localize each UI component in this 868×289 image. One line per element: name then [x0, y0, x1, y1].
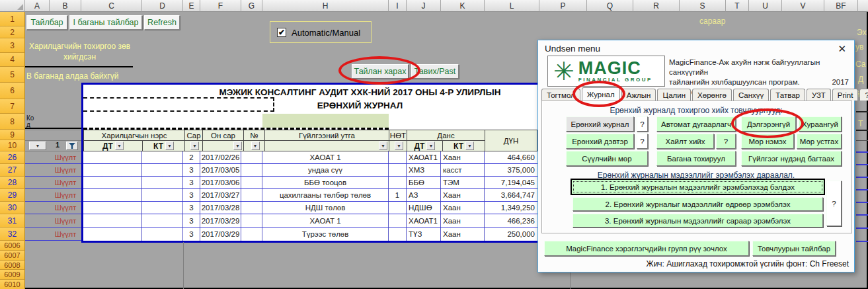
tab-hurunge[interactable]: Хөрөнгө — [692, 89, 732, 101]
table-row[interactable]: 3 2017/03/06 ББӨ тооцов ББӨ ТЭМ 7,194,04… — [83, 177, 537, 189]
column-header-f[interactable]: F — [200, 0, 241, 12]
column-adjust-button[interactable]: Багана тохируул — [656, 151, 736, 166]
filter-dropdown-vat[interactable]: ▼ — [395, 142, 403, 150]
refresh-button[interactable]: Refresh — [144, 15, 180, 30]
row-header-7[interactable]: 7 — [0, 99, 25, 114]
column-header-d[interactable]: D — [142, 0, 183, 12]
row-header-4[interactable]: 4 — [0, 53, 25, 67]
auto-number-button[interactable]: Автомат дугаарлагч — [656, 116, 736, 132]
row-header-8[interactable]: 8 — [0, 114, 25, 130]
row-header-2[interactable]: 2 — [0, 26, 25, 38]
tab-tsalin[interactable]: Цалин — [657, 89, 691, 101]
tab-ajlyn[interactable]: Ажлын — [621, 89, 656, 101]
table-row[interactable]: 3 2017/03/29 ХАОАТ 1 ХАОАТ1 Хаан 466,236 — [83, 214, 537, 227]
row-header-6010[interactable]: 6010 — [0, 280, 25, 289]
view-report-button[interactable]: Тайлан харах — [352, 64, 409, 79]
table-row[interactable]: 3 2017/03/05 ундаа сүү ХМЗ касст 375,000 — [83, 164, 537, 177]
filter-dropdown-dt[interactable]: ▼ — [115, 142, 124, 150]
general-ledger-button[interactable]: Ерөнхий дэвтэр — [566, 134, 634, 149]
tab-uzt[interactable]: УЗТ — [807, 89, 831, 101]
column-header-partial[interactable] — [858, 0, 868, 12]
paste-button[interactable]: Тавих/Past — [411, 64, 459, 79]
row-line — [856, 130, 868, 131]
column-header-a[interactable]: A — [25, 0, 50, 12]
last-row-button[interactable]: Сүүлчийн мөр — [566, 151, 648, 166]
row-header-27[interactable]: 27 — [0, 164, 25, 177]
tab-jurnal[interactable]: Журнал — [582, 87, 620, 101]
filter-dropdown-account-dt[interactable]: ▼ — [426, 142, 435, 150]
row-header-29[interactable]: 29 — [0, 189, 25, 202]
column-header-q[interactable]: Q — [587, 0, 633, 12]
search-button[interactable]: Хайлт хийх — [656, 134, 714, 149]
column-header-c[interactable]: C — [81, 0, 142, 12]
row-header-26[interactable]: 26 — [0, 151, 25, 164]
tab-togtmol[interactable]: Тогтмол — [541, 89, 580, 101]
column-header-t[interactable]: T — [726, 0, 749, 12]
delete-row-button[interactable]: Мөр устгах — [797, 134, 842, 149]
sort-prepare-button[interactable]: 1. Ерөнхий журналын мэдээллийг эрэмбэлэх… — [571, 179, 824, 194]
summary-button[interactable]: Хураангуй — [799, 116, 842, 132]
detailed-button[interactable]: Дэлгэрэнгүй — [741, 116, 796, 132]
tab-tatvar[interactable]: Татвар — [770, 89, 805, 101]
general-journal-button[interactable]: Ерөнхий журнал — [566, 116, 634, 132]
search-help-button[interactable]: ? — [716, 134, 736, 149]
fit-cell-button[interactable]: Гүйлгээг нүдэнд багтаах — [741, 151, 842, 166]
add-row-button[interactable]: Мөр нэмэх — [741, 134, 794, 149]
automatic-manual-checkbox[interactable]: ✔ — [277, 28, 286, 37]
row-header-6[interactable]: 6 — [0, 83, 25, 99]
i-column-tailbar-button[interactable]: I баганы тайлбар — [69, 15, 142, 30]
tab-sankhuu[interactable]: Санхүү — [733, 89, 769, 101]
tailbar-button[interactable]: Тайлбар — [26, 15, 67, 30]
filter-dropdown-month[interactable]: ▼ — [190, 142, 199, 150]
general-ledger-help-button[interactable]: ? — [637, 134, 648, 149]
column-header-v[interactable]: V — [782, 0, 824, 12]
row-header-30[interactable]: 30 — [0, 202, 25, 214]
column-header-i[interactable]: I — [389, 0, 407, 12]
column-header-p[interactable]: P — [539, 0, 587, 12]
row-header-32[interactable]: 32 — [0, 227, 25, 241]
sort-by-month-button[interactable]: 3. Ерөнхий журналын мэдээллийг сараар эр… — [572, 214, 823, 227]
column-header-e[interactable]: E — [183, 0, 200, 12]
row-header-9[interactable]: 9 — [0, 130, 25, 140]
filter-dropdown-kt[interactable]: ▼ — [165, 142, 174, 150]
filter-dropdown-no[interactable]: ▼ — [251, 142, 260, 150]
row-header-5[interactable]: 5 — [0, 67, 25, 83]
select-all-corner[interactable] — [0, 0, 25, 12]
table-row[interactable]: 3 2017/03/27 цахилгааны төлбөр төлөв 1 А… — [83, 189, 537, 202]
row-header-28[interactable]: 28 — [0, 177, 25, 189]
row-header-10[interactable]: 10 — [0, 140, 25, 151]
row-header-6007[interactable]: 6007 — [0, 251, 25, 261]
filter-dropdown-period[interactable]: ▼ — [233, 142, 242, 150]
sort-by-day-button[interactable]: 2. Ерөнхий журналыг мэдээллийг өдрөөр эр… — [572, 197, 823, 211]
group-visit-button[interactable]: MagicFinance хэрэглэгчдийн групп рүү зоч… — [544, 241, 749, 256]
row-header-6006[interactable]: 6006 — [0, 241, 25, 251]
row-header-6009[interactable]: 6009 — [0, 270, 25, 280]
column-header-l[interactable]: L — [485, 0, 539, 12]
row-header-3[interactable]: 3 — [0, 38, 25, 53]
table-row[interactable]: 3 2017/03/28 НДШ төлөв НДШӨ Хаан 1,349,2… — [83, 202, 537, 214]
table-row[interactable]: 3 2017/03/29 Түрээс төлөв ТҮЗ Хаан 250,0… — [83, 227, 537, 241]
column-header-b[interactable]: B — [50, 0, 81, 12]
row-header-6008[interactable]: 6008 — [0, 261, 25, 270]
close-icon[interactable]: ✕ — [838, 43, 846, 55]
table-row[interactable]: 2 2017/02/26 ХАОАТ 1 ХАОАТ1 Хаан 464,660 — [83, 151, 537, 164]
general-journal-help-button[interactable]: ? — [637, 116, 648, 132]
button-help-button[interactable]: Товчлуурын тайлбар — [752, 241, 836, 256]
autofilter-funnel-b[interactable] — [66, 142, 78, 150]
filter-dropdown-account-kt[interactable]: ▼ — [465, 142, 474, 150]
column-header-j[interactable]: J — [407, 0, 441, 12]
column-header-bf[interactable]: BF — [824, 0, 858, 12]
tab-help[interactable]: ? — [859, 89, 868, 101]
column-header-k[interactable]: K — [441, 0, 485, 12]
sort-help-button[interactable]: ? — [826, 181, 842, 226]
tab-print[interactable]: Print — [832, 89, 859, 101]
column-header-r[interactable]: R — [633, 0, 680, 12]
filter-dropdown-description[interactable]: ▼ — [379, 142, 387, 150]
row-header-1[interactable]: 1 — [0, 12, 25, 26]
column-header-g[interactable]: G — [241, 0, 262, 12]
column-header-h[interactable]: H — [262, 0, 389, 12]
column-header-s[interactable]: S — [680, 0, 726, 12]
row-header-31[interactable]: 31 — [0, 214, 25, 227]
autofilter-dropdown-a[interactable]: ▼ — [29, 142, 46, 150]
column-header-u[interactable]: U — [749, 0, 782, 12]
